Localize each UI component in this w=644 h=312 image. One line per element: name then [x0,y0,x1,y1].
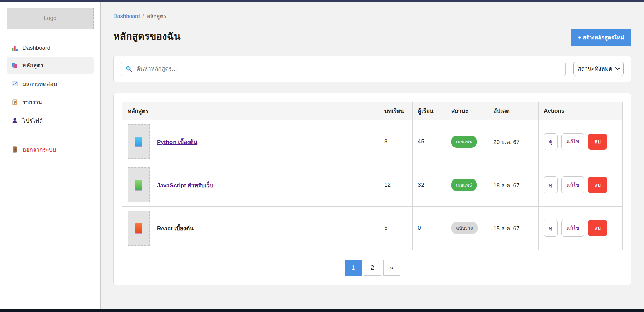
breadcrumb-separator: / [142,13,144,19]
table-header-row: หลักสูตร บทเรียน ผู้เรียน สถานะ อัปเดต A… [122,102,623,120]
column-header-actions: Actions [539,102,623,120]
view-button[interactable]: ดู [544,176,558,193]
lessons-count: 5 [379,207,413,250]
pagination-page-2[interactable]: 2 [364,260,381,276]
filter-card: สถานะทั้งหมด [113,56,631,82]
view-button[interactable]: ดู [544,220,558,237]
title-row: หลักสูตรของฉัน + สร้างหลักสูตรใหม่ [113,29,631,46]
course-title-text: React เบื้องต้น [157,224,194,233]
status-badge: เผยแพร่ [451,179,477,191]
book-green-icon [135,180,142,190]
sidebar-item-label: Dashboard [22,45,50,51]
actions-cell: ดู แก้ไข ลบ [544,220,617,237]
status-badge: ฉบับร่าง [451,222,478,234]
breadcrumb-dashboard-link[interactable]: Dashboard [113,13,140,19]
sidebar-item-profile[interactable]: โปรไฟล์ [7,112,94,129]
pagination-page-1[interactable]: 1 [345,260,362,276]
breadcrumb-current: หลักสูตร [147,13,166,19]
course-cell: React เบื้องต้น [128,211,374,246]
book-blue-icon [135,137,142,146]
app-layout: Logo Dashboard หลักสูตร ผลการทดสอบ [0,2,644,309]
column-header-status: สถานะ [446,102,488,120]
logout-label: ออกจากระบบ [22,145,56,154]
status-filter-select[interactable]: สถานะทั้งหมด [573,62,624,76]
status-badge: เผยแพร่ [451,136,477,148]
students-count: 45 [413,120,446,163]
edit-button[interactable]: แก้ไข [561,133,585,150]
pagination: 1 2 » [122,260,623,276]
course-cell: Python เบื้องต้น [128,124,374,159]
table-row: React เบื้องต้น 5 0 ฉบับร่าง 15 ธ.ค. 67 … [122,207,623,250]
results-icon [11,81,18,87]
column-header-lessons: บทเรียน [379,102,413,120]
course-title-link[interactable]: Python เบื้องต้น [157,137,197,146]
actions-cell: ดู แก้ไข ลบ [544,133,617,150]
updated-date: 15 ธ.ค. 67 [488,207,539,250]
lessons-count: 8 [379,120,413,163]
edit-button[interactable]: แก้ไข [561,220,585,237]
reports-icon [11,99,18,106]
sidebar-item-results[interactable]: ผลการทดสอบ [7,75,94,92]
logout-door-icon [11,146,18,153]
delete-button[interactable]: ลบ [588,177,607,193]
sidebar-nav: Dashboard หลักสูตร ผลการทดสอบ รายงาน [7,41,94,129]
courses-table: หลักสูตร บทเรียน ผู้เรียน สถานะ อัปเดต A… [122,102,623,250]
column-header-updated: อัปเดต [488,102,539,120]
delete-button[interactable]: ลบ [588,220,607,236]
course-title-link[interactable]: JavaScript สำหรับเว็บ [157,180,213,190]
table-row: JavaScript สำหรับเว็บ 12 32 เผยแพร่ 18 ธ… [122,163,623,207]
sidebar-item-label: รายงาน [22,98,42,107]
main-content: Dashboard/หลักสูตร หลักสูตรของฉัน + สร้า… [101,2,644,309]
dashboard-icon [11,45,18,51]
course-thumbnail-placeholder [128,167,150,202]
sidebar-item-label: ผลการทดสอบ [22,79,57,88]
courses-table-card: หลักสูตร บทเรียน ผู้เรียน สถานะ อัปเดต A… [113,93,631,285]
sidebar-item-label: หลักสูตร [22,61,43,70]
course-thumbnail-placeholder [128,124,150,159]
create-course-button[interactable]: + สร้างหลักสูตรใหม่ [571,29,631,46]
edit-button[interactable]: แก้ไข [561,176,585,193]
students-count: 0 [413,207,446,250]
sidebar-divider [7,135,94,135]
sidebar: Logo Dashboard หลักสูตร ผลการทดสอบ [0,2,101,309]
table-row: Python เบื้องต้น 8 45 เผยแพร่ 20 ธ.ค. 67… [122,120,623,163]
search-wrap [121,62,566,76]
profile-icon [11,117,18,124]
sidebar-item-dashboard[interactable]: Dashboard [7,41,94,55]
updated-date: 18 ธ.ค. 67 [488,163,539,207]
search-icon [126,66,132,72]
column-header-course: หลักสูตร [122,102,379,120]
logo-placeholder: Logo [7,8,94,29]
course-cell: JavaScript สำหรับเว็บ [128,167,374,202]
pagination-next-icon[interactable]: » [383,260,400,276]
window-bottom-bar [0,309,644,312]
logout-link[interactable]: ออกจากระบบ [7,145,94,154]
sidebar-item-reports[interactable]: รายงาน [7,94,94,111]
page-title: หลักสูตรของฉัน [113,29,181,44]
logo-text: Logo [44,15,57,22]
breadcrumb: Dashboard/หลักสูตร [113,12,631,20]
students-count: 32 [413,163,446,207]
actions-cell: ดู แก้ไข ลบ [544,176,617,193]
column-header-students: ผู้เรียน [413,102,446,120]
view-button[interactable]: ดู [544,133,558,150]
lessons-count: 12 [379,163,413,207]
courses-icon [11,62,18,69]
updated-date: 20 ธ.ค. 67 [488,120,539,163]
sidebar-item-courses[interactable]: หลักสูตร [7,57,94,74]
book-orange-icon [135,223,142,233]
course-thumbnail-placeholder [128,211,150,246]
delete-button[interactable]: ลบ [588,134,607,150]
sidebar-item-label: โปรไฟล์ [22,116,43,125]
search-input[interactable] [121,62,566,76]
